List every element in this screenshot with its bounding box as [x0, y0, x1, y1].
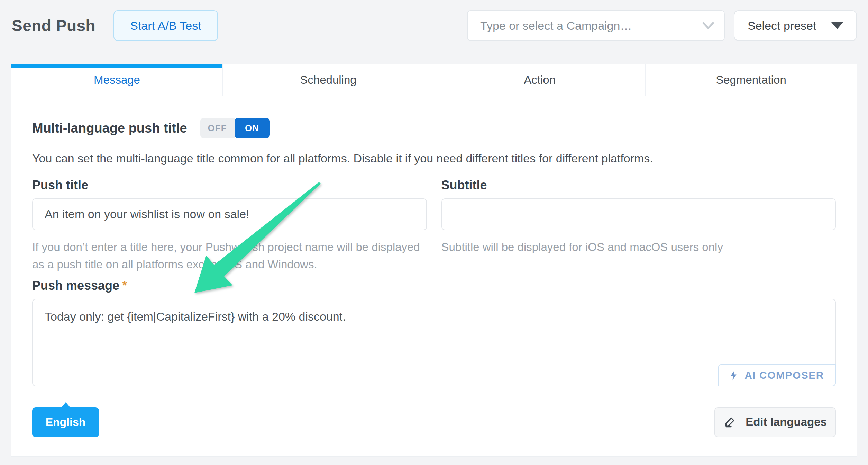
- push-message-textarea-wrap: Today only: get {item|CapitalizeFirst} w…: [32, 299, 836, 386]
- tab-bar: Message Scheduling Action Segmentation: [11, 64, 857, 96]
- edit-languages-label: Edit languages: [746, 415, 827, 429]
- push-title-help-text: If you don’t enter a title here, your Pu…: [32, 239, 427, 273]
- message-tab-content: Multi-language push title OFF ON You can…: [11, 118, 857, 437]
- multi-language-description: You can set the multi-language title com…: [32, 151, 836, 166]
- push-title-input[interactable]: [32, 198, 427, 230]
- language-tab-english[interactable]: English: [32, 407, 99, 437]
- push-message-label: Push message*: [32, 279, 836, 293]
- push-title-label: Push title: [32, 178, 427, 192]
- caret-down-icon: [831, 22, 843, 29]
- subtitle-help-text: Subtitle will be displayed for iOS and m…: [441, 239, 836, 256]
- header: Send Push Start A/B Test Select preset: [11, 10, 857, 41]
- subtitle-input[interactable]: [441, 198, 836, 230]
- ai-composer-button[interactable]: AI COMPOSER: [718, 364, 836, 386]
- push-message-textarea[interactable]: Today only: get {item|CapitalizeFirst} w…: [32, 299, 836, 386]
- lightning-bolt-icon: [728, 369, 740, 381]
- push-title-field: Push title If you don’t enter a title he…: [32, 178, 427, 273]
- edit-languages-button[interactable]: Edit languages: [714, 407, 836, 437]
- campaign-input[interactable]: [468, 19, 692, 33]
- multi-language-title-label: Multi-language push title: [32, 121, 187, 136]
- tab-message-label: Message: [94, 73, 140, 87]
- tab-action-label: Action: [524, 73, 556, 87]
- ai-composer-label: AI COMPOSER: [744, 369, 824, 381]
- tab-segmentation[interactable]: Segmentation: [645, 64, 857, 96]
- language-footer-row: English Edit languages: [32, 407, 836, 437]
- tab-scheduling[interactable]: Scheduling: [222, 64, 434, 96]
- push-message-field: Push message* Today only: get {item|Capi…: [32, 279, 836, 386]
- tab-message[interactable]: Message: [11, 64, 222, 96]
- push-message-label-text: Push message: [32, 278, 119, 293]
- subtitle-field: Subtitle Subtitle will be displayed for …: [441, 178, 836, 273]
- chevron-down-icon[interactable]: [692, 21, 724, 30]
- campaign-combobox[interactable]: [467, 10, 725, 41]
- tab-scheduling-label: Scheduling: [300, 73, 356, 87]
- select-preset-dropdown[interactable]: Select preset: [734, 10, 857, 41]
- select-preset-label: Select preset: [748, 19, 816, 33]
- subtitle-label: Subtitle: [441, 178, 836, 192]
- tab-action[interactable]: Action: [434, 64, 645, 96]
- multi-language-toggle-row: Multi-language push title OFF ON: [32, 118, 836, 138]
- tab-segmentation-label: Segmentation: [716, 73, 786, 87]
- multi-language-toggle[interactable]: OFF ON: [200, 118, 270, 138]
- toggle-on-segment[interactable]: ON: [235, 118, 270, 138]
- send-push-card: Message Scheduling Action Segmentation M…: [11, 64, 857, 457]
- toggle-off-segment[interactable]: OFF: [200, 118, 235, 138]
- pencil-icon: [723, 415, 737, 429]
- title-subtitle-grid: Push title If you don’t enter a title he…: [32, 178, 836, 273]
- page-title: Send Push: [12, 16, 95, 35]
- start-ab-test-button[interactable]: Start A/B Test: [113, 10, 218, 41]
- required-asterisk: *: [122, 278, 127, 293]
